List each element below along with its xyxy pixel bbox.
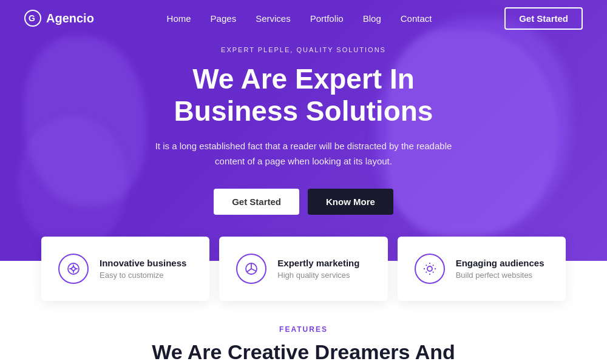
hero-buttons: Get Started Know More [152, 189, 455, 215]
hero-title-line2: Business Solutions [174, 95, 433, 127]
engaging-subtitle: Build perfect websites [456, 271, 544, 280]
marketing-title: Expertly marketing [277, 258, 359, 268]
nav-links: Home Pages Services Portfolio Blog Conta… [167, 13, 432, 24]
marketing-icon [236, 254, 266, 284]
logo[interactable]: G Agencio [24, 10, 94, 27]
innovative-title: Innovative business [100, 258, 186, 268]
nav-pages[interactable]: Pages [211, 13, 237, 24]
engaging-text: Engaging audiences Build perfect website… [456, 258, 544, 280]
navbar-get-started-button[interactable]: Get Started [504, 7, 583, 30]
innovative-icon [58, 254, 89, 284]
hero-eyebrow: EXPERT PLEPLE, QUALITY SOLUTIONS [152, 46, 455, 53]
nav-contact[interactable]: Contact [401, 13, 432, 24]
marketing-subtitle: High quality services [277, 271, 359, 280]
hero-title-line1: We Are Expert In [192, 63, 415, 95]
nav-services[interactable]: Services [256, 13, 291, 24]
feature-card-engaging: Engaging audiences Build perfect website… [398, 237, 566, 301]
navbar: G Agencio Home Pages Services Portfolio … [0, 0, 607, 36]
bottom-eyebrow: FEATURES [36, 325, 571, 334]
marketing-text: Expertly marketing High quality services [277, 258, 359, 280]
svg-point-5 [427, 266, 432, 271]
hero-title: We Are Expert In Business Solutions [152, 63, 455, 127]
innovative-subtitle: Easy to customize [100, 271, 186, 280]
innovative-text: Innovative business Easy to customize [100, 258, 186, 280]
hero-section: EXPERT PLEPLE, QUALITY SOLUTIONS We Are … [0, 0, 607, 261]
hero-content: EXPERT PLEPLE, QUALITY SOLUTIONS We Are … [140, 46, 467, 215]
svg-text:G: G [29, 13, 35, 23]
logo-text: Agencio [46, 12, 94, 25]
bottom-section: FEATURES We Are Creative Dreamers And [0, 301, 607, 364]
nav-portfolio[interactable]: Portfolio [310, 13, 344, 24]
feature-cards: Innovative business Easy to customize Ex… [0, 237, 607, 301]
engaging-icon [415, 254, 445, 284]
engaging-title: Engaging audiences [456, 258, 544, 268]
hero-subtitle: It is a long established fact that a rea… [152, 138, 455, 169]
nav-home[interactable]: Home [167, 13, 191, 24]
hero-know-more-button[interactable]: Know More [308, 189, 393, 215]
feature-card-marketing: Expertly marketing High quality services [219, 237, 387, 301]
bottom-title: We Are Creative Dreamers And [36, 340, 571, 364]
nav-blog[interactable]: Blog [363, 13, 381, 24]
feature-card-innovative: Innovative business Easy to customize [41, 237, 209, 301]
hero-get-started-button[interactable]: Get Started [214, 189, 299, 215]
